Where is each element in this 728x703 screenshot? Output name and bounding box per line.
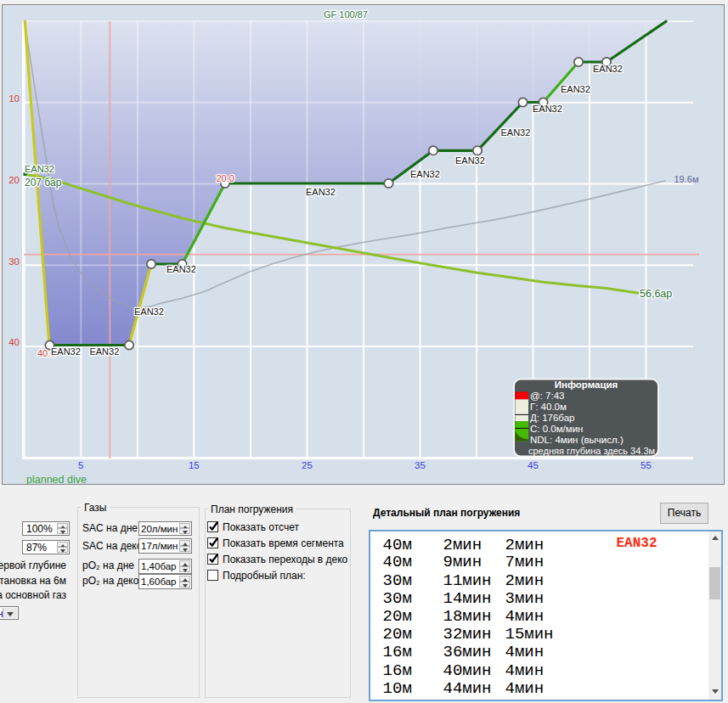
svg-text:Г: 40.0м: Г: 40.0м <box>530 402 567 412</box>
svg-text:EAN32: EAN32 <box>25 164 54 174</box>
svg-text:Информация: Информация <box>555 380 618 390</box>
svg-text:EAN32: EAN32 <box>134 307 164 317</box>
svg-text:55: 55 <box>641 460 652 470</box>
svg-text:20: 20 <box>8 175 20 185</box>
svg-text:19.6м: 19.6м <box>674 174 699 184</box>
svg-text:EAN32: EAN32 <box>410 169 440 179</box>
svg-text:35: 35 <box>415 460 426 470</box>
svg-text:Д: 176бар: Д: 176бар <box>530 413 574 423</box>
svg-text:@: 7:43: @: 7:43 <box>530 391 564 401</box>
svg-text:25: 25 <box>302 460 313 470</box>
svg-text:EAN32: EAN32 <box>501 127 531 138</box>
svg-text:EAN32: EAN32 <box>89 346 119 357</box>
svg-text:20.0: 20.0 <box>217 173 234 183</box>
svg-text:NDL: 4мин (вычисл.): NDL: 4мин (вычисл.) <box>530 435 624 445</box>
svg-text:EAN32: EAN32 <box>561 84 590 94</box>
svg-text:planned dive: planned dive <box>26 474 87 485</box>
svg-text:45: 45 <box>528 460 539 470</box>
svg-text:15: 15 <box>189 460 200 470</box>
svg-text:GF 100/87: GF 100/87 <box>324 9 368 20</box>
svg-text:С: 0.0м/мин: С: 0.0м/мин <box>530 424 583 434</box>
svg-text:56,6ар: 56,6ар <box>640 288 672 300</box>
svg-text:EAN32: EAN32 <box>533 104 562 114</box>
svg-text:40: 40 <box>8 337 20 347</box>
svg-text:10: 10 <box>8 93 20 104</box>
svg-text:EAN32: EAN32 <box>455 155 485 166</box>
svg-text:средняя глубина здесь 34.3м: средняя глубина здесь 34.3м <box>528 446 655 456</box>
svg-text:207 бар: 207 бар <box>25 177 62 188</box>
svg-text:EAN32: EAN32 <box>51 346 81 357</box>
svg-text:30: 30 <box>8 256 20 267</box>
svg-text:EAN32: EAN32 <box>593 64 623 74</box>
svg-text:EAN32: EAN32 <box>166 264 196 274</box>
svg-text:EAN32: EAN32 <box>306 187 336 197</box>
svg-text:5: 5 <box>78 460 83 470</box>
